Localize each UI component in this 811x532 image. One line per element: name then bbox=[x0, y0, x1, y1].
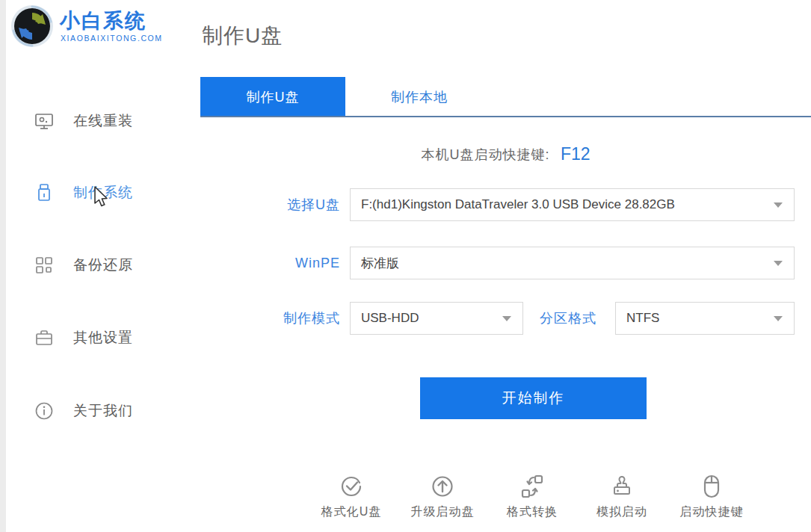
mode-select[interactable]: USB-HDD bbox=[350, 302, 523, 335]
tab-make-local-label: 制作本地 bbox=[391, 88, 448, 106]
usb-select-label: 选择U盘 bbox=[239, 188, 340, 221]
toolbar-format-usb[interactable]: 格式化U盘 bbox=[306, 473, 396, 520]
partition-select[interactable]: NTFS bbox=[615, 302, 795, 335]
toolbar-label-simulate-boot: 模拟启动 bbox=[577, 504, 667, 520]
tab-underline bbox=[200, 116, 811, 117]
start-make-button-label: 开始制作 bbox=[502, 389, 565, 408]
app-logo-icon bbox=[10, 4, 55, 49]
sidebar-label-about-us: 关于我们 bbox=[73, 401, 133, 421]
toolbar-label-format-usb: 格式化U盘 bbox=[306, 504, 396, 520]
info-icon bbox=[34, 401, 54, 421]
sidebar-item-online-reinstall[interactable]: 在线重装 bbox=[22, 105, 179, 137]
chevron-down-icon bbox=[774, 261, 783, 266]
briefcase-icon bbox=[34, 328, 54, 347]
usb-select[interactable]: F:(hd1)Kingston DataTraveler 3.0 USB Dev… bbox=[350, 188, 795, 221]
partition-select-label: 分区格式 bbox=[523, 302, 596, 335]
monitor-icon bbox=[34, 111, 54, 131]
chevron-down-icon bbox=[774, 316, 783, 321]
sidebar-label-online-reinstall: 在线重装 bbox=[73, 111, 133, 131]
toolbar-upgrade-boot[interactable]: 升级启动盘 bbox=[398, 473, 487, 520]
sidebar-item-backup-restore[interactable]: 备份还原 bbox=[22, 249, 179, 282]
backup-restore-icon bbox=[34, 256, 54, 275]
chevron-down-icon bbox=[502, 316, 511, 321]
toolbar-boot-hotkey[interactable]: 启动快捷键 bbox=[667, 473, 756, 520]
toolbar-label-boot-hotkey: 启动快捷键 bbox=[667, 504, 756, 520]
page-title: 制作U盘 bbox=[202, 22, 283, 50]
left-edge-strip bbox=[0, 0, 6, 532]
boot-hotkey-label: 本机U盘启动快捷键: bbox=[421, 147, 549, 162]
boot-hotkey-row: 本机U盘启动快捷键: F12 bbox=[200, 144, 811, 164]
tab-make-local[interactable]: 制作本地 bbox=[345, 77, 493, 117]
toolbar-simulate-boot[interactable]: 模拟启动 bbox=[577, 473, 667, 520]
sidebar-label-other-settings: 其他设置 bbox=[73, 328, 133, 347]
sidebar-label-backup-restore: 备份还原 bbox=[73, 256, 133, 275]
boot-hotkey-value: F12 bbox=[561, 144, 590, 164]
mode-select-label: 制作模式 bbox=[239, 302, 340, 335]
boot-hotkey-icon bbox=[698, 473, 725, 500]
usb-drive-icon bbox=[34, 183, 54, 202]
sidebar-item-about-us[interactable]: 关于我们 bbox=[22, 395, 179, 427]
winpe-select-value: 标准版 bbox=[361, 255, 399, 272]
sidebar-item-other-settings[interactable]: 其他设置 bbox=[22, 321, 179, 354]
usb-select-value: F:(hd1)Kingston DataTraveler 3.0 USB Dev… bbox=[361, 197, 675, 212]
tab-make-usb[interactable]: 制作U盘 bbox=[200, 77, 345, 117]
brand-domain: XIAOBAIXITONG.COM bbox=[61, 34, 163, 43]
start-make-button[interactable]: 开始制作 bbox=[420, 377, 647, 419]
mouse-cursor bbox=[92, 185, 110, 208]
winpe-select-label: WinPE bbox=[239, 247, 340, 279]
tab-make-usb-label: 制作U盘 bbox=[247, 88, 300, 106]
format-usb-icon bbox=[338, 473, 365, 500]
chevron-down-icon bbox=[774, 202, 783, 208]
simulate-boot-icon bbox=[608, 473, 635, 500]
format-convert-icon bbox=[519, 473, 546, 500]
winpe-select[interactable]: 标准版 bbox=[350, 247, 795, 279]
partition-select-value: NTFS bbox=[626, 311, 659, 326]
mode-select-value: USB-HDD bbox=[361, 311, 419, 326]
toolbar-format-convert[interactable]: 格式转换 bbox=[487, 473, 577, 520]
toolbar-label-upgrade-boot: 升级启动盘 bbox=[398, 504, 487, 520]
upgrade-boot-icon bbox=[429, 473, 456, 500]
toolbar-label-format-convert: 格式转换 bbox=[487, 504, 577, 520]
brand-name: 小白系统 bbox=[60, 7, 147, 34]
